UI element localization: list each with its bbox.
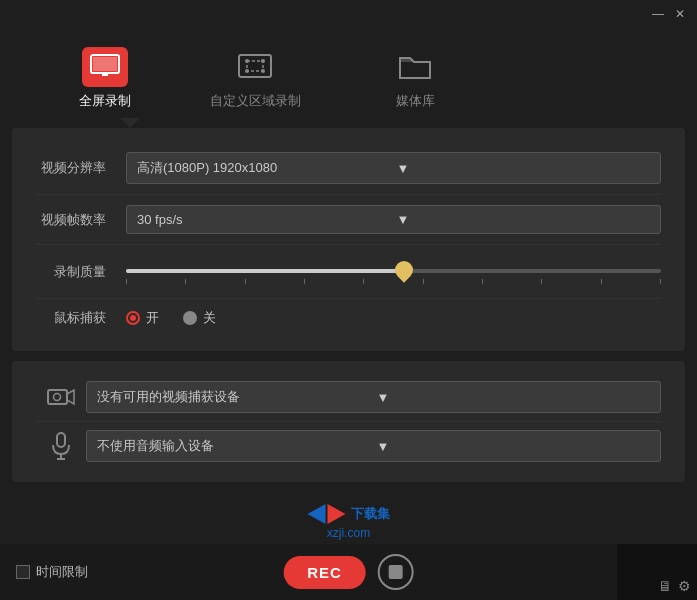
svg-rect-10 <box>48 390 67 404</box>
tab-library[interactable]: 媒体库 <box>350 46 480 118</box>
camera-icon <box>47 386 75 408</box>
library-icon <box>396 52 434 82</box>
title-bar: — ✕ <box>0 0 697 28</box>
tab-bar: 全屏录制 自定义区域录制 媒体库 <box>0 28 697 118</box>
mouse-radio-group: 开 关 <box>126 309 661 327</box>
resolution-label: 视频分辨率 <box>36 159 126 177</box>
monitor-icon[interactable]: 🖥 <box>658 578 672 594</box>
tab-icon-fullscreen-wrap <box>79 46 131 88</box>
bottom-bar: 时间限制 REC 🖥 ⚙ <box>0 544 697 600</box>
device-settings-panel: 没有可用的视频捕获设备 ▼ 不使用音频输入设备 ▼ <box>12 361 685 482</box>
video-device-value: 没有可用的视频捕获设备 <box>97 388 371 406</box>
tick-3 <box>245 279 246 284</box>
settings-icon[interactable]: ⚙ <box>678 578 691 594</box>
svg-point-12 <box>54 394 61 401</box>
svg-point-7 <box>261 59 265 63</box>
tick-1 <box>126 279 127 284</box>
audio-device-arrow-icon: ▼ <box>377 439 651 454</box>
quality-slider-ticks <box>126 279 661 284</box>
tick-2 <box>185 279 186 284</box>
svg-marker-11 <box>67 390 74 404</box>
minimize-button[interactable]: — <box>651 7 665 21</box>
resolution-arrow-icon: ▼ <box>397 161 651 176</box>
mouse-off-circle <box>183 311 197 325</box>
audio-device-dropdown[interactable]: 不使用音频输入设备 ▼ <box>86 430 661 462</box>
video-device-dropdown[interactable]: 没有可用的视频捕获设备 ▼ <box>86 381 661 413</box>
svg-rect-3 <box>102 73 108 76</box>
resolution-value: 高清(1080P) 1920x1080 <box>137 159 391 177</box>
tab-region-label: 自定义区域录制 <box>210 92 301 110</box>
quality-label: 录制质量 <box>36 263 126 281</box>
svg-rect-5 <box>247 61 263 71</box>
tab-fullscreen-label: 全屏录制 <box>79 92 131 110</box>
stop-button[interactable] <box>378 554 414 590</box>
tab-fullscreen[interactable]: 全屏录制 <box>40 46 170 118</box>
mouse-on-label: 开 <box>146 309 159 327</box>
tab-pointer <box>120 118 140 128</box>
time-limit-checkbox[interactable] <box>16 565 30 579</box>
quality-slider-fill <box>126 269 404 273</box>
quality-slider-track[interactable] <box>126 269 661 273</box>
watermark-arrow-left <box>307 504 325 524</box>
mouse-row: 鼠标捕获 开 关 <box>36 299 661 337</box>
tick-4 <box>304 279 305 284</box>
svg-point-8 <box>245 69 249 73</box>
framerate-dropdown[interactable]: 30 fps/s ▼ <box>126 205 661 234</box>
stop-icon <box>389 565 403 579</box>
mouse-on-circle <box>126 311 140 325</box>
framerate-arrow-icon: ▼ <box>397 212 651 227</box>
tick-5 <box>363 279 364 284</box>
tab-icon-region-wrap <box>229 46 281 88</box>
audio-device-row: 不使用音频输入设备 ▼ <box>36 422 661 470</box>
tick-9 <box>601 279 602 284</box>
tab-icon-library-wrap <box>389 46 441 88</box>
framerate-label: 视频帧数率 <box>36 211 126 229</box>
resolution-dropdown[interactable]: 高清(1080P) 1920x1080 ▼ <box>126 152 661 184</box>
svg-rect-1 <box>93 57 117 71</box>
microphone-icon <box>50 432 72 460</box>
video-device-row: 没有可用的视频捕获设备 ▼ <box>36 373 661 422</box>
resolution-row: 视频分辨率 高清(1080P) 1920x1080 ▼ <box>36 142 661 195</box>
quality-row: 录制质量 <box>36 245 661 299</box>
mouse-control: 开 关 <box>126 309 661 327</box>
thumbnail-area: 🖥 ⚙ <box>617 544 697 600</box>
tab-icon-active-bg <box>82 47 128 87</box>
svg-point-9 <box>261 69 265 73</box>
video-device-control: 没有可用的视频捕获设备 ▼ <box>86 381 661 413</box>
tick-6 <box>423 279 424 284</box>
close-button[interactable]: ✕ <box>673 7 687 21</box>
framerate-value: 30 fps/s <box>137 212 391 227</box>
resolution-control: 高清(1080P) 1920x1080 ▼ <box>126 152 661 184</box>
mouse-off-radio[interactable]: 关 <box>183 309 216 327</box>
tab-library-label: 媒体库 <box>396 92 435 110</box>
watermark-arrow-right <box>327 504 345 524</box>
watermark: 下载集 xzji.com <box>307 504 390 540</box>
watermark-text2: xzji.com <box>327 526 370 540</box>
svg-rect-4 <box>239 55 271 77</box>
fullscreen-icon <box>90 53 120 77</box>
time-limit-label: 时间限制 <box>36 563 88 581</box>
tick-7 <box>482 279 483 284</box>
video-device-icon <box>36 386 86 408</box>
svg-point-6 <box>245 59 249 63</box>
framerate-control: 30 fps/s ▼ <box>126 205 661 234</box>
mouse-off-label: 关 <box>203 309 216 327</box>
rec-button[interactable]: REC <box>283 556 366 589</box>
tick-8 <box>541 279 542 284</box>
mouse-on-radio[interactable]: 开 <box>126 309 159 327</box>
watermark-logo: 下载集 <box>307 504 390 524</box>
video-device-arrow-icon: ▼ <box>377 390 651 405</box>
bottom-center-controls: REC <box>283 554 414 590</box>
framerate-row: 视频帧数率 30 fps/s ▼ <box>36 195 661 245</box>
region-icon <box>237 52 273 82</box>
mouse-label: 鼠标捕获 <box>36 309 126 327</box>
quality-slider-wrap <box>126 255 661 288</box>
video-settings-panel: 视频分辨率 高清(1080P) 1920x1080 ▼ 视频帧数率 30 fps… <box>12 128 685 351</box>
tick-10 <box>660 279 661 284</box>
audio-device-control: 不使用音频输入设备 ▼ <box>86 430 661 462</box>
tab-region[interactable]: 自定义区域录制 <box>190 46 320 118</box>
watermark-text1: 下载集 <box>351 505 390 523</box>
bottom-right-icons: 🖥 ⚙ <box>658 578 691 594</box>
audio-device-icon <box>36 432 86 460</box>
time-limit-checkbox-wrap[interactable]: 时间限制 <box>16 563 88 581</box>
